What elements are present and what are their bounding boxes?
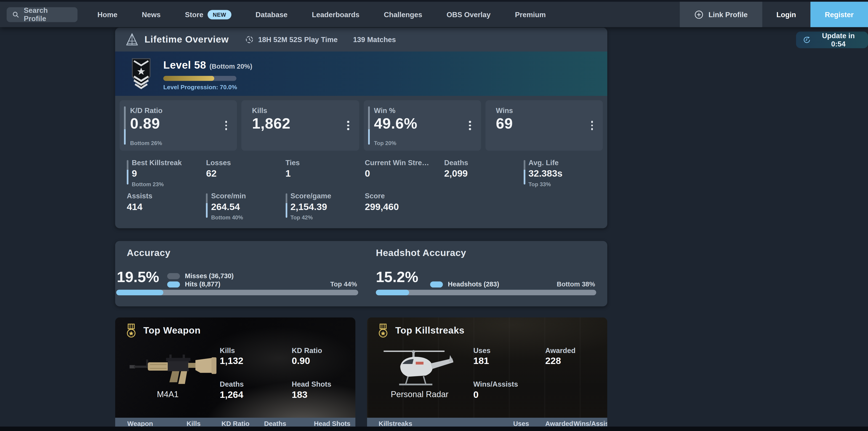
nav-label: Store bbox=[185, 10, 204, 19]
stat-card-win-pct: Win % 49.6% Top 20% bbox=[363, 100, 481, 150]
nav-item-store[interactable]: Store NEW bbox=[185, 9, 231, 19]
percentile-accent-bar bbox=[124, 106, 126, 145]
clock-icon bbox=[245, 35, 254, 44]
register-label: Register bbox=[825, 10, 854, 19]
nav-right-group: Link Profile Login Register bbox=[680, 2, 868, 27]
stat-label: Kills bbox=[252, 106, 351, 115]
new-badge: NEW bbox=[208, 9, 231, 19]
level-title: Level 58(Bottom 20%) bbox=[163, 59, 252, 71]
page-title: Lifetime Overview bbox=[145, 34, 229, 45]
nav-label: Database bbox=[255, 10, 287, 19]
stat-value: 228 bbox=[545, 356, 607, 367]
stats-tracker-page: Search Profile Home News Store NEW Datab… bbox=[0, 0, 868, 431]
nav-item-leaderboards[interactable]: Leaderboards bbox=[312, 10, 360, 19]
headshot-bar-track bbox=[376, 290, 596, 295]
login-button[interactable]: Login bbox=[762, 2, 810, 27]
hits-legend-swatch bbox=[167, 281, 180, 287]
stat-label: Awarded bbox=[545, 346, 607, 354]
stat-label: Deaths bbox=[220, 380, 292, 388]
nav-label: OBS Overlay bbox=[446, 10, 491, 19]
pyramid-icon bbox=[126, 33, 138, 46]
stat-card-kd-ratio: K/D Ratio 0.89 Bottom 26% bbox=[120, 100, 237, 150]
stat-label: Win % bbox=[374, 106, 473, 115]
headshots-legend-swatch bbox=[430, 281, 443, 287]
play-time-label: 18H 52M 52S Play Time bbox=[258, 35, 338, 44]
stat-assists: Assists 414 bbox=[127, 192, 206, 223]
legend-hits: Hits (8,877) bbox=[167, 280, 221, 288]
nav-label: News bbox=[142, 10, 160, 19]
lifetime-stats-body: K/D Ratio 0.89 Bottom 26% Kills 1,862 Wi… bbox=[115, 96, 607, 228]
legend-headshots: Headshots (283) bbox=[430, 280, 499, 288]
accuracy-rank: Top 44% bbox=[330, 280, 357, 288]
stat-percentile: Bottom 40% bbox=[211, 214, 285, 221]
card-menu-button[interactable] bbox=[467, 118, 473, 132]
stat-value: 181 bbox=[473, 356, 545, 367]
card-menu-button[interactable] bbox=[223, 118, 229, 132]
stat-label: Uses bbox=[473, 346, 545, 354]
stat-label: Kills bbox=[220, 346, 292, 354]
stat-losses: Losses 62 bbox=[206, 159, 285, 190]
card-menu-button[interactable] bbox=[589, 118, 595, 132]
top-killstreaks-header: Top Killstreaks bbox=[377, 323, 465, 338]
stat-value: 69 bbox=[496, 115, 595, 133]
legend-label: Headshots (283) bbox=[448, 280, 499, 288]
stat-percentile: Top 33% bbox=[528, 181, 603, 188]
stat-label: Score/min bbox=[211, 192, 285, 200]
stat-value: 0 bbox=[365, 168, 444, 179]
register-button[interactable]: Register bbox=[810, 2, 868, 27]
top-killstreaks-title: Top Killstreaks bbox=[395, 325, 464, 336]
nav-label: Premium bbox=[515, 10, 546, 19]
percentile-accent-bar bbox=[524, 160, 525, 184]
refresh-timer-icon bbox=[803, 35, 811, 45]
stat-value: 414 bbox=[127, 202, 206, 212]
search-placeholder: Search Profile bbox=[24, 6, 72, 23]
link-profile-button[interactable]: Link Profile bbox=[680, 2, 762, 27]
search-profile-input[interactable]: Search Profile bbox=[7, 7, 78, 22]
stat-label: Score/game bbox=[290, 192, 365, 200]
nav-item-obs-overlay[interactable]: OBS Overlay bbox=[446, 10, 491, 19]
matches-count: 139 Matches bbox=[353, 35, 396, 44]
nav-item-premium[interactable]: Premium bbox=[515, 10, 546, 19]
stat-label: Head Shots bbox=[291, 380, 355, 388]
stat-value: 2,099 bbox=[444, 168, 523, 179]
primary-nav: Home News Store NEW Database Leaderboard… bbox=[97, 9, 546, 19]
stat-value: 62 bbox=[206, 168, 285, 179]
stat-label: Ties bbox=[285, 159, 365, 167]
card-menu-button[interactable] bbox=[345, 118, 351, 132]
lifetime-overview-panel: Lifetime Overview 18H 52M 52S Play Time … bbox=[115, 28, 607, 228]
nav-item-home[interactable]: Home bbox=[97, 10, 118, 19]
stat-ties: Ties 1 bbox=[285, 159, 365, 190]
main-content: Lifetime Overview 18H 52M 52S Play Time … bbox=[115, 28, 607, 431]
percentile-accent-bar bbox=[368, 106, 370, 145]
nav-item-news[interactable]: News bbox=[142, 10, 160, 19]
killstreak-stat-uses: Uses 181 bbox=[473, 346, 545, 367]
primary-stat-cards: K/D Ratio 0.89 Bottom 26% Kills 1,862 Wi… bbox=[120, 100, 603, 150]
top-killstreaks-card: Top Killstreaks Personal Radar bbox=[367, 318, 607, 431]
stat-value: 49.6% bbox=[374, 115, 473, 133]
level-progression-label: Level Progression: 70.0% bbox=[163, 84, 237, 90]
top-weapon-title: Top Weapon bbox=[143, 325, 201, 336]
nav-item-challenges[interactable]: Challenges bbox=[384, 10, 422, 19]
level-banner: Level 58(Bottom 20%) Level Progression: … bbox=[115, 52, 607, 96]
stat-deaths: Deaths 2,099 bbox=[444, 159, 523, 190]
weapon-stat-deaths: Deaths 1,264 bbox=[220, 380, 292, 401]
stat-value: 0.89 bbox=[130, 115, 229, 133]
weapon-stat-kills: Kills 1,132 bbox=[220, 346, 292, 367]
update-timer-button[interactable]: Update in 0:54 bbox=[796, 32, 868, 48]
legend-misses: Misses (36,730) bbox=[167, 272, 234, 280]
stat-value: 1,862 bbox=[252, 115, 351, 133]
accuracy-title: Accuracy bbox=[127, 248, 170, 259]
stat-card-kills: Kills 1,862 bbox=[242, 100, 359, 150]
level-label: Level 58 bbox=[163, 59, 206, 71]
top-weapon-stats: Kills 1,132 KD Ratio 0.90 Deaths 1,264 H… bbox=[220, 346, 355, 401]
nav-item-database[interactable]: Database bbox=[255, 10, 287, 19]
stat-score: Score 299,460 bbox=[365, 192, 444, 223]
stat-label: Best Killstreak bbox=[132, 159, 206, 167]
headshot-accuracy-rank: Bottom 38% bbox=[557, 280, 595, 288]
rank-insignia-icon bbox=[131, 58, 151, 90]
stat-percentile: Bottom 26% bbox=[130, 140, 162, 146]
percentile-accent-bar bbox=[127, 160, 128, 184]
top-navbar: Search Profile Home News Store NEW Datab… bbox=[0, 2, 868, 27]
nav-label: Home bbox=[97, 10, 118, 19]
weapon-stat-headshots: Head Shots 183 bbox=[291, 380, 355, 401]
